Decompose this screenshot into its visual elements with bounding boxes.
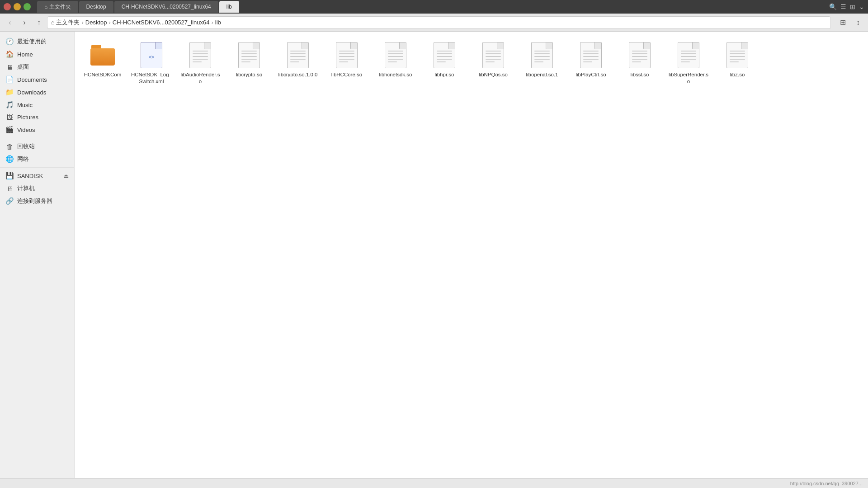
doc-line (583, 61, 592, 62)
doc-line (730, 53, 745, 54)
breadcrumb-item-lib[interactable]: lib (215, 19, 221, 26)
sandisk-icon: 💾 (5, 172, 14, 180)
sidebar-label-downloads: Downloads (17, 89, 69, 96)
doc-line (193, 59, 208, 60)
file-item-libz_so[interactable]: libz.so (715, 37, 760, 89)
doc-icon-shape (336, 42, 358, 68)
doc-line (241, 59, 257, 60)
file-icon-libopenal_so_1 (530, 41, 554, 70)
downloads-icon: 📁 (5, 88, 14, 96)
eject-button-sandisk[interactable]: ⏏ (63, 173, 69, 179)
sidebar-item-desktop[interactable]: 🖥桌面 (0, 61, 74, 73)
doc-lines (534, 51, 550, 64)
close-button[interactable] (4, 3, 11, 10)
sidebar-item-network[interactable]: 🌐网络 (0, 153, 74, 165)
doc-line (437, 53, 452, 54)
doc-line (583, 56, 599, 57)
doc-line (730, 51, 745, 52)
file-label-libz_so: libz.so (730, 71, 745, 78)
file-label-HCNetSDK_Log_Switch_xml: HCNetSDK_Log_ Switch.xml (131, 71, 172, 85)
file-icon-libPlayCtrl_so (579, 41, 603, 70)
doc-line (290, 56, 306, 57)
sidebar-label-music: Music (17, 102, 69, 108)
sidebar-label-connect: 连接到服务器 (17, 197, 69, 205)
sidebar-item-connect[interactable]: 🔗连接到服务器 (0, 195, 74, 207)
doc-line (339, 61, 348, 62)
file-item-libhpr_so[interactable]: libhpr.so (422, 37, 467, 89)
file-item-libAudioRender_so[interactable]: libAudioRender.so (178, 37, 223, 89)
file-item-HCNetSDK_Log_Switch_xml[interactable]: <>HCNetSDK_Log_ Switch.xml (129, 37, 174, 89)
sidebar-item-pictures[interactable]: 🖼Pictures (0, 111, 74, 123)
sidebar-item-trash[interactable]: 🗑回收站 (0, 140, 74, 153)
sidebar-item-recent[interactable]: 🕐最近使用的 (0, 35, 74, 48)
doc-line (486, 51, 501, 52)
file-icon-libcrypto_so (237, 41, 261, 70)
minimize-button[interactable] (14, 3, 21, 10)
view-toggle-button[interactable]: ⊞ (836, 16, 849, 29)
tab-desktop[interactable]: Desktop (79, 1, 113, 13)
file-item-libopenal_so_1[interactable]: libopenal.so.1 (519, 37, 565, 89)
file-item-libssl_so[interactable]: libssl.so (617, 37, 662, 89)
doc-icon-shape (434, 42, 455, 68)
back-button[interactable]: ‹ (4, 16, 16, 29)
file-item-libPlayCtrl_so[interactable]: libPlayCtrl.so (568, 37, 613, 89)
list-view-icon[interactable]: ☰ (840, 3, 846, 10)
doc-line (388, 51, 403, 52)
doc-lines (241, 51, 257, 64)
doc-line (486, 53, 501, 54)
more-icon[interactable]: ⌄ (859, 3, 864, 10)
doc-lines (193, 51, 208, 64)
doc-line (583, 51, 599, 52)
file-area: HCNetSDKCom<>HCNetSDK_Log_ Switch.xmllib… (75, 32, 868, 478)
file-label-libssl_so: libssl.so (631, 71, 649, 78)
search-icon[interactable]: 🔍 (829, 3, 837, 10)
file-item-libhcnetsdk_so[interactable]: libhcnetsdk.so (373, 37, 418, 89)
doc-line (486, 61, 495, 62)
doc-line (437, 51, 452, 52)
file-item-libHCCore_so[interactable]: libHCCore.so (324, 37, 369, 89)
grid-view-icon[interactable]: ⊞ (850, 3, 855, 10)
file-label-libNPQos_so: libNPQos.so (479, 71, 508, 78)
maximize-button[interactable] (24, 3, 31, 10)
tab-lib[interactable]: lib (219, 1, 239, 13)
breadcrumb-item-desktop[interactable]: Desktop (85, 19, 107, 26)
network-icon: 🌐 (5, 155, 14, 163)
file-icon-libSuperRender_so (676, 41, 701, 70)
file-icon-libhcnetsdk_so (383, 41, 408, 70)
file-icon-libAudioRender_so (188, 41, 212, 70)
file-label-HCNetSDKCom: HCNetSDKCom (84, 71, 121, 78)
music-icon: 🎵 (5, 101, 14, 109)
window-controls (4, 3, 31, 10)
doc-line (681, 61, 690, 62)
sidebar-item-videos[interactable]: 🎬Videos (0, 123, 74, 136)
recent-icon: 🕐 (5, 38, 14, 46)
file-label-libcrypto_so_1_0_0: libcrypto.so.1.0.0 (278, 71, 318, 78)
tab-bar: ⌂ 主文件夹DesktopCH-HCNetSDKV6...0200527_lin… (37, 1, 239, 13)
file-label-libhpr_so: libhpr.so (435, 71, 454, 78)
sort-button[interactable]: ↕ (852, 16, 864, 29)
doc-icon-shape (482, 42, 504, 68)
sidebar-item-music[interactable]: 🎵Music (0, 99, 74, 111)
sidebar-label-sandisk: SANDISK (17, 173, 60, 179)
file-item-libcrypto_so[interactable]: libcrypto.so (226, 37, 272, 89)
doc-lines (437, 51, 452, 64)
doc-icon-shape (726, 42, 748, 68)
sidebar-item-computer[interactable]: 🖥计算机 (0, 182, 74, 195)
file-item-HCNetSDKCom[interactable]: HCNetSDKCom (80, 37, 125, 89)
forward-button[interactable]: › (18, 16, 31, 29)
breadcrumb-item-home[interactable]: ⌂ 主文件夹 (51, 19, 80, 27)
sidebar-item-documents[interactable]: 📄Documents (0, 73, 74, 86)
tab-home[interactable]: ⌂ 主文件夹 (37, 1, 78, 13)
sidebar-item-sandisk[interactable]: 💾SANDISK⏏ (0, 169, 74, 182)
file-item-libcrypto_so_1_0_0[interactable]: libcrypto.so.1.0.0 (275, 37, 321, 89)
sidebar: 🕐最近使用的🏠Home🖥桌面📄Documents📁Downloads🎵Music… (0, 32, 75, 478)
tab-sdk[interactable]: CH-HCNetSDKV6...0200527_linux64 (114, 1, 218, 13)
breadcrumb-item-sdk[interactable]: CH-HCNetSDKV6...0200527_linux64 (113, 19, 210, 26)
up-button[interactable]: ↑ (33, 16, 45, 29)
doc-line (290, 51, 306, 52)
doc-line (534, 53, 550, 54)
file-item-libSuperRender_so[interactable]: libSuperRender.so (666, 37, 711, 89)
sidebar-item-downloads[interactable]: 📁Downloads (0, 86, 74, 99)
file-item-libNPQos_so[interactable]: libNPQos.so (471, 37, 516, 89)
sidebar-item-home[interactable]: 🏠Home (0, 48, 74, 61)
